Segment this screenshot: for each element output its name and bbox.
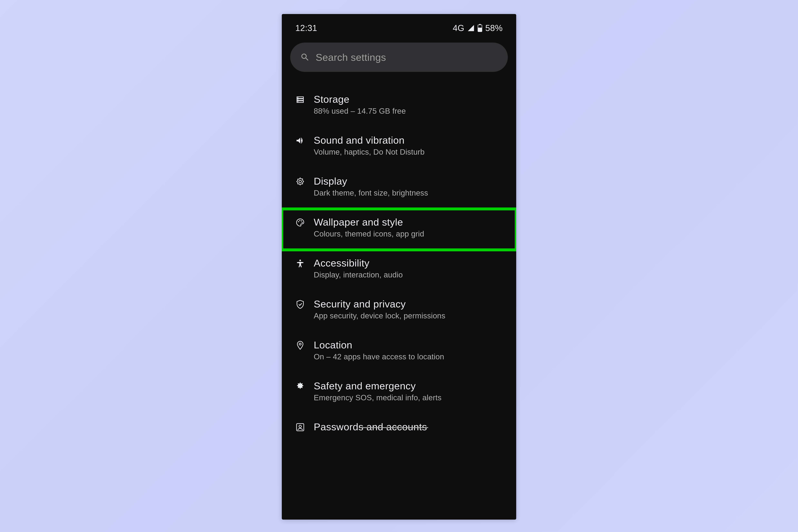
svg-point-3 bbox=[298, 97, 299, 98]
svg-point-4 bbox=[298, 99, 299, 100]
storage-icon bbox=[295, 95, 305, 104]
status-right: 4G 58% bbox=[453, 23, 503, 33]
settings-item-sound[interactable]: Sound and vibrationVolume, haptics, Do N… bbox=[282, 127, 516, 168]
svg-point-12 bbox=[299, 343, 301, 345]
svg-rect-2 bbox=[478, 27, 482, 32]
item-sub: Volume, haptics, Do Not Disturb bbox=[314, 148, 506, 156]
item-title: Sound and vibration bbox=[314, 134, 506, 146]
battery-icon bbox=[477, 24, 482, 32]
status-time: 12:31 bbox=[295, 23, 317, 33]
svg-point-7 bbox=[298, 221, 299, 222]
svg-point-9 bbox=[301, 221, 302, 222]
phone-frame: 12:31 4G 58% Search settings Storage88% … bbox=[282, 14, 516, 519]
settings-item-storage[interactable]: Storage88% used – 14.75 GB free bbox=[282, 86, 516, 127]
settings-item-wallpaper[interactable]: Wallpaper and styleColours, themed icons… bbox=[282, 209, 516, 250]
settings-item-safety[interactable]: Safety and emergencyEmergency SOS, medic… bbox=[282, 373, 516, 414]
item-title: Wallpaper and style bbox=[314, 216, 506, 228]
settings-item-display[interactable]: DisplayDark theme, font size, brightness bbox=[282, 168, 516, 209]
settings-item-security[interactable]: Security and privacyApp security, device… bbox=[282, 291, 516, 332]
svg-point-11 bbox=[299, 260, 301, 261]
item-sub: App security, device lock, permissions bbox=[314, 311, 506, 320]
settings-item-accessibility[interactable]: AccessibilityDisplay, interaction, audio bbox=[282, 250, 516, 291]
network-label: 4G bbox=[453, 23, 464, 33]
location-icon bbox=[295, 341, 305, 350]
item-title: Storage bbox=[314, 94, 506, 105]
status-bar: 12:31 4G 58% bbox=[282, 14, 516, 36]
svg-point-10 bbox=[302, 222, 303, 223]
sound-icon bbox=[295, 136, 305, 146]
svg-point-14 bbox=[299, 425, 302, 428]
emergency-icon bbox=[295, 381, 305, 391]
battery-label: 58% bbox=[485, 23, 503, 33]
shield-icon bbox=[295, 300, 305, 309]
brightness-icon bbox=[295, 177, 305, 186]
item-title: Security and privacy bbox=[314, 298, 506, 310]
search-placeholder: Search settings bbox=[316, 52, 386, 63]
account-icon bbox=[295, 422, 305, 432]
accessibility-icon bbox=[295, 259, 305, 268]
strike-overlay bbox=[359, 427, 428, 428]
palette-icon bbox=[295, 217, 305, 227]
item-sub: 88% used – 14.75 GB free bbox=[314, 107, 506, 115]
signal-icon bbox=[467, 24, 475, 32]
item-title: Accessibility bbox=[314, 257, 506, 269]
item-sub: On – 42 apps have access to location bbox=[314, 352, 506, 361]
svg-point-8 bbox=[299, 220, 300, 221]
search-icon bbox=[300, 52, 310, 62]
item-title: Location bbox=[314, 339, 506, 350]
settings-item-location[interactable]: LocationOn – 42 apps have access to loca… bbox=[282, 332, 516, 373]
svg-point-5 bbox=[298, 101, 299, 102]
item-sub: Colours, themed icons, app grid bbox=[314, 229, 506, 238]
item-title: Display bbox=[314, 175, 506, 187]
item-sub: Display, interaction, audio bbox=[314, 270, 506, 279]
search-settings[interactable]: Search settings bbox=[290, 42, 508, 72]
item-sub: Emergency SOS, medical info, alerts bbox=[314, 393, 506, 402]
settings-item-passwords[interactable]: Passwords and accounts bbox=[282, 414, 516, 455]
item-title: Safety and emergency bbox=[314, 380, 506, 392]
item-title: Passwords and accounts bbox=[314, 421, 506, 433]
item-sub: Dark theme, font size, brightness bbox=[314, 188, 506, 197]
settings-list: Storage88% used – 14.75 GB free Sound an… bbox=[282, 86, 516, 455]
svg-point-6 bbox=[299, 180, 302, 183]
